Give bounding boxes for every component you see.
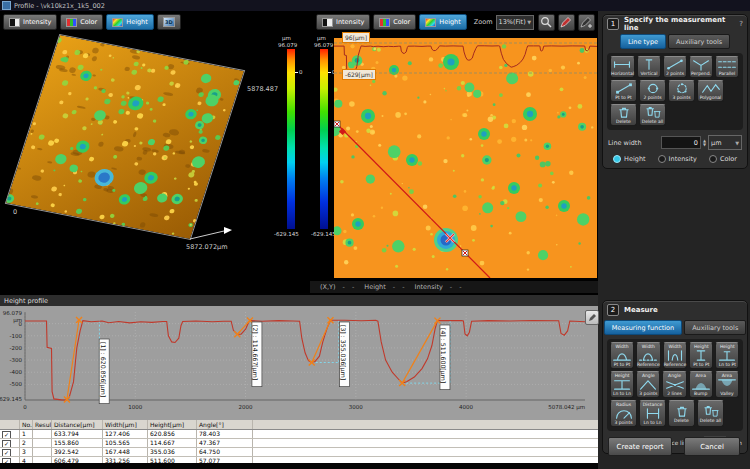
max-height-annotation[interactable]: 96[μm] [342,32,370,43]
section2-tab-auxiliary-tools[interactable]: Auxiliary tools [684,320,746,335]
distance-ln-to-ln-icon [642,407,664,420]
2d-top-view-image[interactable]: 96[μm] -629[μm] [334,38,597,278]
measuring-function-tools: WidthPt to PtWidthReferenceWidthReferenc… [607,339,743,431]
line-width-input[interactable]: 0 [661,136,701,149]
line-tool-polygonal[interactable]: Polygonal [697,80,724,102]
tool-label: Perpend. [691,71,711,76]
line-tool-2-points[interactable]: 2 points [663,56,687,78]
view3d-3d-button[interactable]: 3D [157,14,181,30]
table-row[interactable]: ✓2155.860105.565114.66747.367 [0,439,598,448]
svg-text:5078.042 μm: 5078.042 μm [548,404,585,411]
zoom-select[interactable]: 13%(Fit)▼ [496,15,534,30]
line-tool-pt-to-pt[interactable]: Pt to Pt [610,80,637,102]
draw-line-button[interactable] [558,14,575,31]
help-icon[interactable]: ? [739,20,743,28]
line-tool-delete[interactable]: Delete [610,104,637,126]
tool-label: 3 points [614,420,632,425]
svg-text:0: 0 [23,404,27,410]
measure-tool-width-reference[interactable]: WidthReference [663,342,688,369]
height-profile-chart[interactable]: 0-100-200-300-400-5000100020003000400096… [0,306,598,420]
measure-tool-radius-3-points[interactable]: Radius3 points [610,400,637,427]
tool-label: 2 lines [667,391,682,396]
view3d-intensity-button[interactable]: Intensity [3,14,57,30]
3d-colorbar-max: 96.079 [278,42,297,48]
delete-all-icon [700,405,722,418]
2d-view-toolbar: IntensityColorHeightZoom13%(Fit)▼ [310,11,598,31]
row-checkbox[interactable]: ✓ [2,431,11,439]
status-label: Height [364,283,386,291]
measure-tool-angle-3-points[interactable]: Angle3 points [636,371,660,398]
view3d-color-label: Color [80,18,97,26]
view3d-color-button[interactable]: Color [60,14,103,30]
radio-intensity[interactable]: Intensity [658,155,697,163]
magnify-button[interactable] [538,14,555,31]
measure-tool-delete-all[interactable]: Delete all [697,400,724,427]
3d-surface[interactable] [6,35,244,239]
tool-label: Ln to Ln [643,420,661,425]
line-tool-2-points[interactable]: 2 points [639,80,666,102]
line-tool-horizontal[interactable]: Horizontal [610,56,635,78]
line-tool-parallel[interactable]: Parallel [715,56,739,78]
table-row[interactable]: ✓3392.542167.448355.03664.750 [0,448,598,457]
tool-label: Pt to Pt [614,362,630,367]
status-value-1: - [450,283,452,291]
angle-2lines-icon [664,378,686,391]
table-header-row: No.ResultDistance[μm]Width[μm]Height[μm]… [0,420,598,430]
line-tool-delete-all[interactable]: Delete all [639,104,666,126]
view2d-intensity-button[interactable]: Intensity [316,14,370,30]
erase-line-button[interactable] [578,14,595,31]
radio-height[interactable]: Height [613,155,646,163]
row-checkbox[interactable]: ✓ [2,440,11,448]
zoom-label: Zoom [474,18,493,26]
area-valley-icon [716,378,738,391]
measure-tool-area-bump[interactable]: AreaBump [689,371,713,398]
svg-text:-400: -400 [10,369,23,375]
profile-edit-button[interactable] [585,310,599,325]
line-width-unit-select[interactable]: μm ▼ [708,135,742,150]
cancel-button[interactable]: Cancel [684,437,740,456]
min-height-annotation[interactable]: -629[μm] [342,69,376,80]
line-tool-perpend[interactable]: Perpend. [689,56,713,78]
row-result [33,439,52,447]
measure-tool-area-valley[interactable]: AreaValley [715,371,739,398]
row-filler [253,430,598,438]
section1-tab-auxiliary-tools[interactable]: Auxiliary tools [668,34,730,49]
area-bump-icon [690,378,712,391]
measure-tool-height-pt-to-pt[interactable]: HeightPt to Pt [689,342,713,369]
svg-text:μm: μm [13,317,22,324]
view3d-height-label: Height [126,18,148,26]
measure-tool-height-ln-to-ln[interactable]: HeightLn to Ln [610,371,634,398]
create-report-button[interactable]: Create report [608,437,672,456]
2d-colorbar-unit: μm [317,35,326,41]
view2d-height-button[interactable]: Height [419,14,467,30]
section1-tab-line-type[interactable]: Line type [620,34,666,49]
view2d-color-button[interactable]: Color [373,14,416,30]
line-tool-vertical[interactable]: Vertical [637,56,661,78]
line-tool-3-points[interactable]: 3 points [668,80,695,102]
line-width-stepper[interactable]: ▲▼ [703,139,706,147]
tool-label: 2 points [643,95,661,100]
table-row[interactable]: ✓1633.794127.406620.85678.403 [0,430,598,439]
measure-tool-width-reference[interactable]: WidthReference [636,342,661,369]
measure-tool-distance-ln-to-ln[interactable]: DistanceLn to Ln [639,400,666,427]
measurement-results-table: No.ResultDistance[μm]Width[μm]Height[μm]… [0,420,598,463]
column-header-filler [253,420,598,429]
measure-tool-height-ln-to-pt[interactable]: HeightLn to Pt [715,342,739,369]
tool-label: Reference [664,362,687,367]
measure-tool-width-pt-to-pt[interactable]: WidthPt to Pt [610,342,634,369]
radio-color[interactable]: Color [709,155,737,163]
section2-tab-measuring-function[interactable]: Measuring function [604,320,682,335]
row-angle: 47.367 [197,439,253,447]
row-check-cell: ✓ [0,430,20,438]
height-pt-to-pt-icon [690,349,712,362]
height-ln-to-pt-icon [716,349,738,362]
column-header-no: No. [20,420,33,429]
measure-tool-delete[interactable]: Delete [668,400,695,427]
svg-text:2000: 2000 [239,404,253,410]
measure-tool-angle-2-lines[interactable]: Angle2 lines [662,371,686,398]
view3d-height-button[interactable]: Height [106,14,154,30]
tool-label: Reference [637,362,660,367]
svg-text:-629.145: -629.145 [0,396,22,402]
3d-surface-canvas[interactable]: 5872.072μm5878.4870 [0,33,310,295]
row-checkbox[interactable]: ✓ [2,449,11,457]
